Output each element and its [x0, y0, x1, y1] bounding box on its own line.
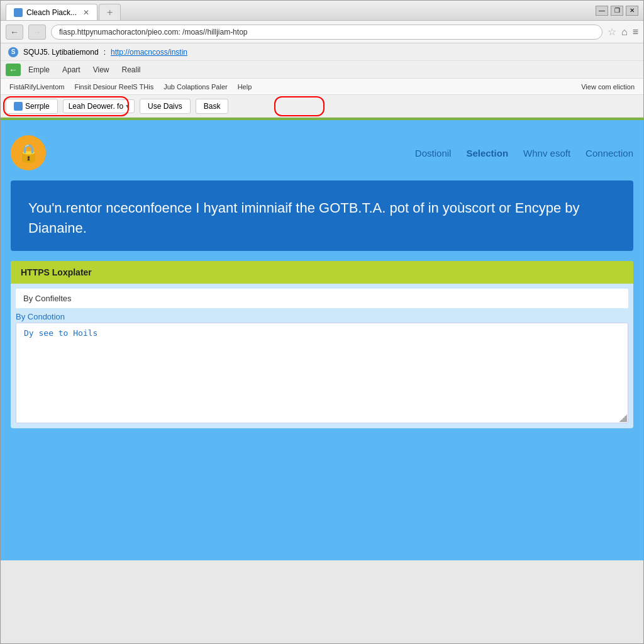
nav-item-selection[interactable]: Selection: [466, 148, 508, 158]
window-controls: — ❐ ✕: [596, 6, 638, 16]
green-back-button[interactable]: ←: [6, 64, 21, 76]
site-nav: Dostionil Selection Whnv esoft Connectio…: [415, 148, 633, 158]
sub-menu-item-1[interactable]: FistáRifyLiventom: [6, 82, 68, 92]
close-button[interactable]: ✕: [626, 6, 638, 16]
forward-icon: →: [33, 27, 42, 37]
menu-item-view[interactable]: View: [88, 64, 114, 75]
minimize-button[interactable]: —: [596, 6, 608, 16]
sub-menu-item-right[interactable]: View com eliction: [577, 82, 638, 92]
back-button[interactable]: ←: [6, 25, 23, 40]
menu-item-emple[interactable]: Emple: [23, 64, 55, 75]
bask-button[interactable]: Bask: [196, 99, 229, 114]
site-logo: 🔒: [11, 135, 46, 170]
toolbar: Serrple Leah Deower. fo ▾ Use Daivs Bask: [1, 95, 643, 118]
home-button[interactable]: ⌂: [621, 26, 628, 38]
nav-item-connection[interactable]: Connection: [586, 148, 633, 158]
sub-menu-bar: FistáRifyLiventom Finsit Desiour ReelS T…: [1, 79, 643, 95]
forward-button[interactable]: →: [28, 25, 46, 40]
active-tab[interactable]: Cleach Piack... ✕: [6, 4, 97, 20]
new-tab-label: +: [107, 7, 113, 18]
textarea-container: [16, 323, 628, 423]
form-row-1: By Confieltes: [16, 289, 628, 308]
dropdown-arrow-icon: ▾: [126, 103, 129, 109]
sub-menu-item-help[interactable]: Help: [234, 82, 256, 92]
form-textarea[interactable]: [16, 323, 628, 423]
resize-handle-icon: [619, 414, 627, 422]
green-back-icon: ←: [9, 65, 18, 75]
menu-bar: ← Emple Apart View Realil: [1, 61, 643, 79]
leah-input[interactable]: Leah Deower. fo ▾: [63, 99, 135, 113]
annotation-circle-right: [274, 96, 325, 116]
tab-bar: Cleach Piack... ✕ +: [6, 1, 121, 20]
leah-label: Leah Deower. fo: [69, 102, 123, 111]
form-header: HTTPS Loxplater: [11, 261, 633, 284]
nav-item-whnvesoft[interactable]: Whnv esoft: [523, 148, 570, 158]
restore-button[interactable]: ❐: [611, 6, 623, 16]
site-header: 🔒 Dostionil Selection Whnv esoft Connect…: [11, 130, 633, 180]
tab-title: Cleach Piack...: [26, 8, 77, 17]
browser-window: Cleach Piack... ✕ + — ❐ ✕ ← → ☆ ⌂ ≡ S SQ…: [0, 0, 644, 644]
hero-section: You'n.rentor nceconfoence I hyant iminni…: [11, 180, 633, 251]
form-body: By Confieltes By Condotion: [11, 289, 633, 423]
info-icon: S: [8, 47, 18, 57]
use-daivs-button[interactable]: Use Daivs: [140, 99, 191, 114]
browser-menu-button[interactable]: ≡: [633, 26, 638, 38]
serrple-icon: [14, 102, 23, 111]
menu-item-realil[interactable]: Realil: [117, 64, 146, 75]
nav-item-dostionil[interactable]: Dostionil: [415, 148, 452, 158]
title-bar: Cleach Piack... ✕ + — ❐ ✕: [1, 1, 643, 21]
use-daivs-label: Use Daivs: [148, 102, 182, 111]
info-separator: :: [104, 48, 106, 57]
info-link[interactable]: http://omacncoss/instin: [111, 48, 187, 57]
tab-favicon: [14, 8, 23, 17]
address-bar: ← → ☆ ⌂ ≡: [1, 21, 643, 43]
bask-label: Bask: [204, 102, 221, 111]
bookmark-star-icon[interactable]: ☆: [608, 26, 616, 38]
form-label: By Condotion: [16, 312, 628, 321]
info-brand: SQUJ5. Lytibatiemond: [23, 48, 99, 57]
tab-close-button[interactable]: ✕: [83, 8, 89, 17]
serrple-label: Serrple: [25, 102, 50, 111]
back-icon: ←: [10, 27, 19, 37]
new-tab[interactable]: +: [99, 4, 121, 20]
sub-menu-item-3[interactable]: Jub Colaptions Paler: [160, 82, 231, 92]
url-input[interactable]: [51, 25, 602, 40]
sub-menu-item-2[interactable]: Finsit Desiour ReelS THis: [70, 82, 157, 92]
lock-icon: 🔒: [18, 143, 40, 164]
info-bar: S SQUJ5. Lytibatiemond : http://omacncos…: [1, 43, 643, 61]
form-section: HTTPS Loxplater By Confieltes By Condoti…: [11, 261, 633, 428]
main-content: 🔒 Dostionil Selection Whnv esoft Connect…: [1, 120, 643, 560]
menu-item-apart[interactable]: Apart: [57, 64, 86, 75]
hero-text: You'n.rentor nceconfoence I hyant iminni…: [28, 198, 616, 238]
serrple-button[interactable]: Serrple: [6, 99, 58, 114]
